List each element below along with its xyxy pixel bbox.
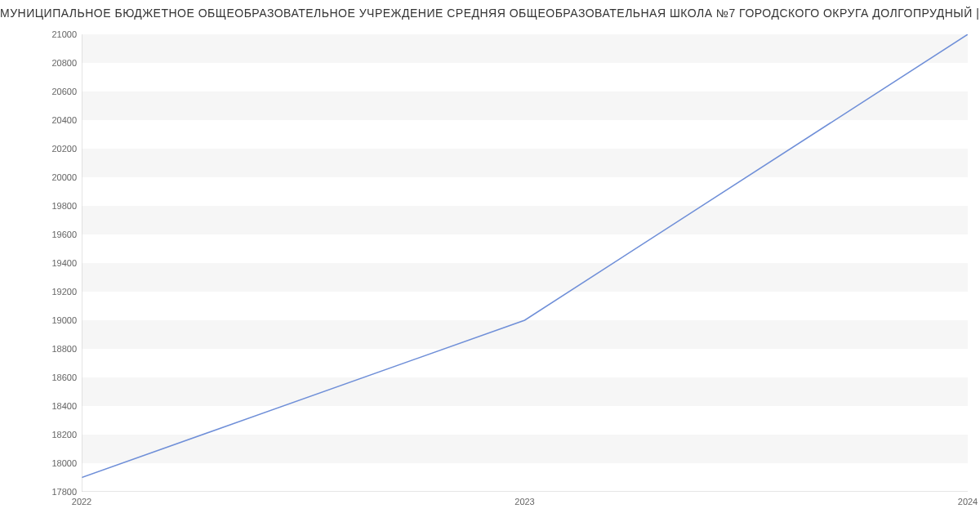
grid-band	[82, 149, 968, 177]
y-tick-label: 18800	[28, 344, 77, 354]
x-tick-label: 2023	[514, 497, 534, 506]
grid-band	[82, 377, 968, 406]
y-tick-label: 19000	[28, 315, 77, 325]
grid-band	[82, 320, 968, 349]
chart-title: МУНИЦИПАЛЬНОЕ БЮДЖЕТНОЕ ОБЩЕОБРАЗОВАТЕЛЬ…	[0, 7, 980, 20]
y-tick-label: 19400	[28, 258, 77, 268]
y-tick-label: 18000	[28, 458, 77, 468]
grid-band	[82, 34, 968, 63]
chart-container: МУНИЦИПАЛЬНОЕ БЮДЖЕТНОЕ ОБЩЕОБРАЗОВАТЕЛЬ…	[0, 0, 980, 531]
x-tick-label: 2022	[72, 497, 91, 506]
y-tick-label: 20200	[28, 144, 77, 154]
x-tick-label: 2024	[958, 497, 978, 506]
y-tick-label: 20400	[28, 115, 77, 125]
grid-band	[82, 206, 968, 234]
plot-area	[82, 34, 968, 492]
y-tick-label: 19200	[28, 287, 77, 297]
y-tick-label: 19800	[28, 201, 77, 211]
y-tick-label: 18400	[28, 401, 77, 411]
grid-bands	[82, 34, 968, 463]
grid-band	[82, 91, 968, 120]
y-tick-label: 19600	[28, 230, 77, 239]
y-tick-label: 20800	[28, 58, 77, 68]
y-tick-label: 17800	[28, 487, 77, 497]
y-tick-label: 18600	[28, 373, 77, 382]
chart-svg	[82, 34, 968, 492]
y-tick-label: 20600	[28, 87, 77, 96]
y-tick-label: 20000	[28, 172, 77, 182]
y-tick-label: 21000	[28, 29, 77, 39]
grid-band	[82, 263, 968, 292]
grid-band	[82, 435, 968, 463]
y-tick-label: 18200	[28, 430, 77, 440]
